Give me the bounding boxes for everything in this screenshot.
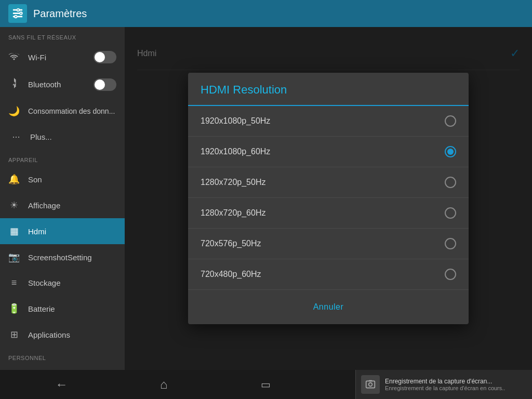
- sidebar-item-applications[interactable]: ⊞ Applications: [0, 322, 125, 348]
- svg-point-10: [369, 383, 373, 387]
- resolution-option-1280-60[interactable]: 1280x720p_60Hz: [188, 198, 469, 229]
- section-header-personnel: PERSONNEL: [0, 348, 125, 364]
- resolution-option-720-576[interactable]: 720x576p_50Hz: [188, 229, 469, 259]
- notification-title: Enregistrement de la capture d'écran...: [385, 378, 527, 385]
- screenshot-notif-icon: [361, 375, 380, 394]
- batterie-label: Batterie: [28, 304, 55, 313]
- hdmi-label: Hdmi: [28, 227, 46, 236]
- display-icon: ☀: [8, 200, 20, 211]
- screenshot-label: ScreenshotSetting: [28, 253, 92, 262]
- radio-720-480[interactable]: [445, 269, 456, 280]
- plus-icon: ···: [10, 131, 22, 142]
- svg-point-8: [15, 16, 17, 18]
- plus-label: Plus...: [30, 132, 52, 141]
- wifi-toggle[interactable]: [94, 51, 116, 63]
- wifi-label: Wi-Fi: [28, 53, 46, 62]
- hdmi-resolution-dialog: HDMI Resolution 1920x1080p_50Hz 1920x108…: [188, 73, 469, 324]
- modal-title: HDMI Resolution: [201, 83, 287, 96]
- cancel-button[interactable]: Annuler: [301, 298, 356, 316]
- sidebar-item-wifi[interactable]: Wi-Fi: [0, 44, 125, 71]
- home-button[interactable]: ⌂: [113, 370, 215, 399]
- modal-footer: Annuler: [188, 290, 469, 324]
- top-bar: Paramètres: [0, 0, 532, 27]
- hdmi-icon: ▦: [8, 225, 20, 237]
- svg-rect-0: [13, 9, 17, 11]
- svg-rect-9: [366, 381, 375, 388]
- section-header-sans-fil: SANS FIL ET RÉSEAUX: [0, 27, 125, 44]
- bluetooth-icon: [8, 78, 20, 91]
- resolution-label-1280-50: 1280x720p_50Hz: [201, 178, 265, 187]
- section-header-appareil: APPAREIL: [0, 150, 125, 166]
- notification-text: Enregistrement de la capture d'écran... …: [385, 378, 527, 391]
- applications-label: Applications: [28, 330, 70, 339]
- data-label: Consommation des donn...: [28, 107, 115, 115]
- battery-icon: 🔋: [8, 303, 20, 314]
- data-icon: 🌙: [8, 105, 20, 117]
- resolution-option-1920-60[interactable]: 1920x1080p_60Hz: [188, 137, 469, 167]
- volume-icon: 🔔: [8, 174, 20, 185]
- main-layout: SANS FIL ET RÉSEAUX Wi-Fi Bluetooth 🌙 Co…: [0, 27, 532, 370]
- sidebar-item-stockage[interactable]: ≡ Stockage: [0, 270, 125, 296]
- resolution-label-720-576: 720x576p_50Hz: [201, 239, 261, 248]
- storage-icon: ≡: [8, 277, 20, 288]
- resolution-label-1280-60: 1280x720p_60Hz: [201, 208, 265, 218]
- resolution-label-1920-60: 1920x1080p_60Hz: [201, 147, 270, 156]
- radio-1920-50[interactable]: [445, 115, 456, 127]
- sidebar-item-bluetooth[interactable]: Bluetooth: [0, 71, 125, 98]
- sidebar-item-batterie[interactable]: 🔋 Batterie: [0, 296, 125, 322]
- notification-bar[interactable]: Enregistrement de la capture d'écran... …: [355, 370, 532, 399]
- son-label: Son: [28, 175, 42, 184]
- sidebar-item-hdmi[interactable]: ▦ Hdmi: [0, 218, 125, 244]
- radio-1920-60[interactable]: [445, 146, 456, 157]
- bluetooth-toggle[interactable]: [94, 78, 116, 91]
- resolution-label-720-480: 720x480p_60Hz: [201, 270, 261, 279]
- recents-button[interactable]: ▭: [215, 370, 317, 399]
- svg-point-7: [20, 12, 22, 15]
- sidebar-item-screenshot[interactable]: 📷 ScreenshotSetting: [0, 244, 125, 270]
- bluetooth-label: Bluetooth: [28, 80, 61, 89]
- sidebar-item-affichage[interactable]: ☀ Affichage: [0, 192, 125, 218]
- page-title: Paramètres: [33, 8, 87, 20]
- bottom-navigation-bar: ← ⌂ ▭ 🔈 - 🔊 + Enregistrement de la captu…: [0, 370, 532, 399]
- camera-icon: 📷: [8, 251, 20, 263]
- svg-rect-2: [13, 12, 20, 14]
- content-area: Hdmi ✓ HDMI Resolution 1920x1080p_50Hz 1…: [125, 27, 532, 370]
- resolution-option-1280-50[interactable]: 1280x720p_50Hz: [188, 167, 469, 198]
- svg-rect-5: [17, 16, 22, 18]
- sidebar-item-plus[interactable]: ··· Plus...: [0, 124, 125, 150]
- stockage-label: Stockage: [28, 278, 61, 287]
- settings-icon: [8, 4, 27, 23]
- wifi-icon: [8, 52, 20, 63]
- resolution-option-1920-50[interactable]: 1920x1080p_50Hz: [188, 106, 469, 137]
- svg-point-6: [17, 9, 20, 11]
- resolution-label-1920-50: 1920x1080p_50Hz: [201, 116, 270, 126]
- affichage-label: Affichage: [28, 201, 60, 210]
- back-button[interactable]: ←: [10, 370, 113, 399]
- svg-rect-11: [369, 380, 373, 382]
- sidebar-item-data[interactable]: 🌙 Consommation des donn...: [0, 98, 125, 124]
- sidebar: SANS FIL ET RÉSEAUX Wi-Fi Bluetooth 🌙 Co…: [0, 27, 125, 370]
- modal-header: HDMI Resolution: [188, 73, 469, 106]
- radio-1280-60[interactable]: [445, 207, 456, 219]
- sidebar-item-son[interactable]: 🔔 Son: [0, 166, 125, 192]
- notification-subtitle: Enregistrement de la capture d'écran en …: [385, 385, 527, 391]
- resolution-option-720-480[interactable]: 720x480p_60Hz: [188, 259, 469, 290]
- radio-1280-50[interactable]: [445, 177, 456, 188]
- modal-overlay: HDMI Resolution 1920x1080p_50Hz 1920x108…: [125, 27, 532, 370]
- apps-icon: ⊞: [8, 329, 20, 340]
- radio-720-576[interactable]: [445, 238, 456, 249]
